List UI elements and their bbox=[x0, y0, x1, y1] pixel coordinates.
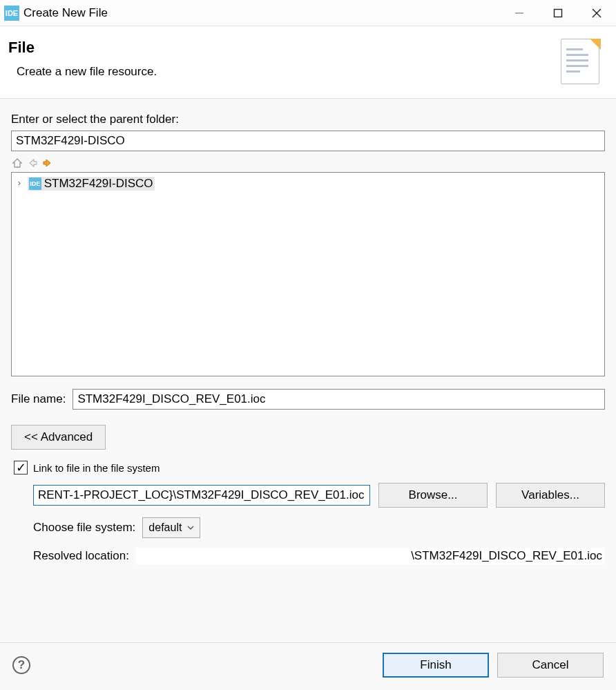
back-icon[interactable] bbox=[26, 157, 39, 169]
svg-rect-1 bbox=[555, 9, 562, 17]
resolved-location-value: \STM32F429I_DISCO_REV_E01.ioc bbox=[136, 548, 605, 564]
filesystem-value: default bbox=[148, 521, 182, 534]
project-icon: IDE bbox=[29, 178, 41, 190]
home-icon[interactable] bbox=[11, 157, 23, 169]
browse-button[interactable]: Browse... bbox=[378, 483, 488, 508]
header-subtitle: Create a new file resource. bbox=[17, 65, 557, 79]
header-title: File bbox=[8, 39, 557, 57]
close-button[interactable] bbox=[577, 0, 616, 26]
filesystem-label: Choose file system: bbox=[33, 521, 135, 535]
finish-button[interactable]: Finish bbox=[383, 653, 489, 678]
dialog-body: Enter or select the parent folder: › IDE… bbox=[0, 99, 616, 642]
parent-folder-label: Enter or select the parent folder: bbox=[11, 113, 605, 126]
tree-item-label: STM32F429I-DISCO bbox=[44, 177, 153, 191]
dialog-header: File Create a new file resource. bbox=[0, 26, 616, 99]
titlebar: IDE Create New File bbox=[0, 0, 616, 26]
link-path-input[interactable] bbox=[33, 485, 370, 506]
help-icon[interactable]: ? bbox=[12, 656, 30, 674]
tree-item[interactable]: IDE STM32F429I-DISCO bbox=[28, 177, 155, 191]
parent-folder-input[interactable] bbox=[11, 131, 605, 151]
maximize-button[interactable] bbox=[539, 0, 577, 26]
tree-toolbar bbox=[11, 155, 605, 171]
advanced-toggle-button[interactable]: << Advanced bbox=[11, 425, 106, 450]
tree-expand-icon[interactable]: › bbox=[15, 178, 24, 188]
filename-input[interactable] bbox=[73, 389, 605, 410]
filesystem-select[interactable]: default bbox=[142, 517, 200, 538]
chevron-down-icon bbox=[187, 525, 194, 530]
file-icon bbox=[557, 39, 602, 84]
dialog-footer: ? Finish Cancel bbox=[0, 642, 616, 690]
minimize-button[interactable] bbox=[500, 0, 539, 26]
link-checkbox-label: Link to file in the file system bbox=[33, 462, 160, 474]
folder-tree[interactable]: › IDE STM32F429I-DISCO bbox=[11, 172, 605, 376]
link-checkbox[interactable]: ✓ bbox=[14, 461, 28, 475]
window-title: Create New File bbox=[23, 6, 108, 20]
forward-icon[interactable] bbox=[41, 157, 54, 169]
cancel-button[interactable]: Cancel bbox=[497, 653, 604, 678]
variables-button[interactable]: Variables... bbox=[496, 483, 605, 508]
filename-label: File name: bbox=[11, 392, 66, 406]
app-icon: IDE bbox=[4, 6, 19, 21]
resolved-location-label: Resolved location: bbox=[33, 549, 129, 563]
